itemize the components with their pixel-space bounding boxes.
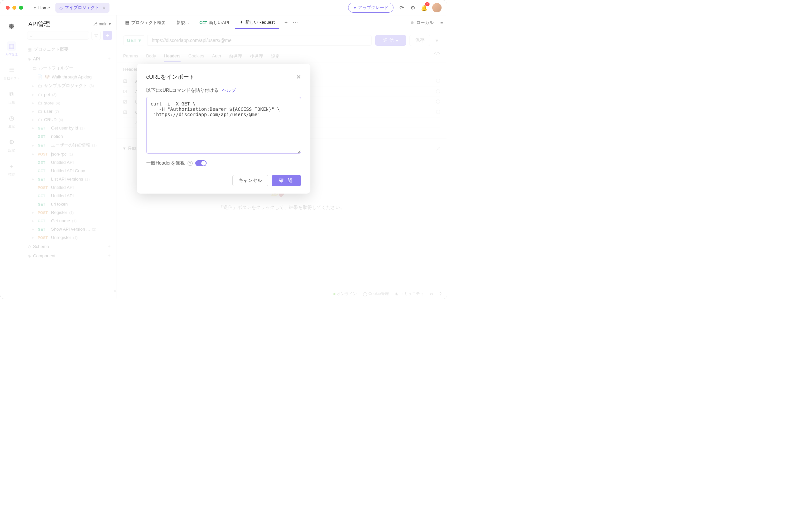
ctab-label: 新規...	[176, 20, 189, 26]
maximize-window[interactable]	[19, 6, 23, 10]
menu-icon[interactable]: ≡	[440, 20, 443, 25]
cancel-button[interactable]: キャンセル	[232, 175, 268, 186]
gear-icon[interactable]: ⚙	[410, 4, 416, 11]
ignore-header-label: 一般Headerを無視	[146, 160, 185, 166]
content-tab-newapi[interactable]: GET新しいAPI	[195, 17, 234, 28]
branch-name: main	[99, 22, 108, 26]
content-tabbar: ▦プロジェクト概要 新規... GET新しいAPI ✦新しいRequest ＋ …	[116, 15, 447, 30]
ignore-header-toggle[interactable]	[195, 160, 207, 166]
app-logo-icon: ⎈	[9, 21, 14, 31]
minimize-window[interactable]	[12, 6, 16, 10]
project-icon: ◇	[59, 5, 63, 10]
more-icon[interactable]: ⋯	[293, 19, 298, 26]
upgrade-button[interactable]: ✦ アップグレード	[348, 3, 394, 13]
curl-textarea[interactable]	[146, 97, 301, 153]
home-label: Home	[38, 5, 50, 10]
ctab-label: 新しいAPI	[209, 20, 229, 26]
chevron-down-icon: ▾	[109, 22, 111, 26]
modal-instruction: 以下にcURLコマンドを貼り付ける ヘルプ	[146, 88, 301, 93]
content-tab-overview[interactable]: ▦プロジェクト概要	[120, 17, 171, 28]
close-tab-icon[interactable]: ×	[103, 5, 106, 10]
sidebar-title: API管理	[29, 20, 50, 28]
traffic-lights	[6, 6, 23, 10]
env-label: ローカル	[416, 20, 434, 26]
project-tab-label: マイプロジェクト	[65, 5, 99, 11]
window-titlebar: ⌂ Home ◇ マイプロジェクト × ✦ アップグレード ⟳ ⚙ 🔔 2	[0, 0, 447, 15]
project-tab[interactable]: ◇ マイプロジェクト ×	[55, 3, 110, 13]
branch-selector[interactable]: ⎇ main ▾	[93, 22, 111, 26]
help-link[interactable]: ヘルプ	[222, 88, 236, 93]
env-dot-icon	[411, 21, 414, 24]
sync-icon[interactable]: ⟳	[398, 4, 405, 11]
modal-overlay: cURLをインポート ✕ 以下にcURLコマンドを貼り付ける ヘルプ 一般Hea…	[0, 31, 447, 299]
content-tab-new[interactable]: 新規...	[172, 17, 194, 28]
home-icon: ⌂	[34, 5, 36, 10]
home-tab[interactable]: ⌂ Home	[30, 3, 54, 12]
modal-title: cURLをインポート	[146, 73, 194, 81]
help-icon[interactable]: ?	[188, 161, 193, 166]
ctab-label: 新しいRequest	[245, 19, 275, 25]
environment-selector[interactable]: ローカル ≡	[411, 20, 443, 26]
branch-icon: ⎇	[93, 22, 97, 26]
add-tab-icon[interactable]: ＋	[283, 19, 289, 26]
close-icon[interactable]: ✕	[296, 73, 301, 81]
close-window[interactable]	[6, 6, 10, 10]
import-curl-modal: cURLをインポート ✕ 以下にcURLコマンドを貼り付ける ヘルプ 一般Hea…	[137, 64, 310, 194]
bell-icon[interactable]: 🔔 2	[421, 4, 428, 11]
avatar[interactable]	[432, 3, 441, 12]
notification-badge: 2	[425, 2, 430, 6]
sparkle-icon: ✦	[353, 5, 357, 10]
overview-icon: ▦	[125, 20, 129, 25]
sparkle-icon: ✦	[240, 20, 243, 25]
method-badge: GET	[200, 21, 207, 25]
upgrade-label: アップグレード	[358, 5, 389, 11]
modal-label-text: 以下にcURLコマンドを貼り付ける	[146, 88, 219, 93]
content-tab-newrequest[interactable]: ✦新しいRequest	[235, 17, 279, 29]
ctab-label: プロジェクト概要	[131, 20, 166, 26]
confirm-button[interactable]: 確 認	[272, 175, 301, 186]
